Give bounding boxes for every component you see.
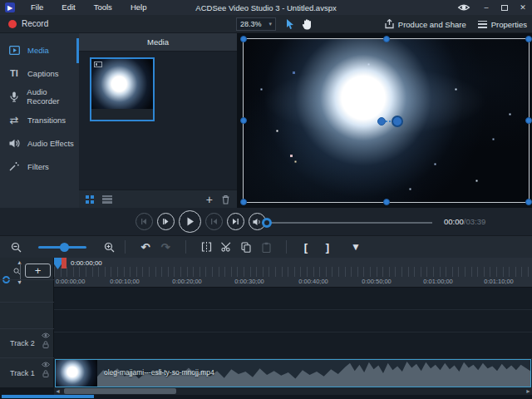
menu-help[interactable]: Help (121, 0, 156, 15)
pointer-icon (286, 19, 294, 30)
sidebar-item-filters[interactable]: Filters (0, 155, 79, 178)
track-visibility-eye-icon[interactable] (42, 332, 50, 338)
resize-handle-n[interactable] (383, 36, 390, 42)
timeline-horizontal-scrollbar[interactable]: ◄ ► (54, 387, 532, 395)
minimize-button[interactable]: – (477, 0, 495, 15)
undo-button[interactable]: ↶ (135, 241, 155, 254)
transport-bar: 00:00/03:39 (0, 208, 532, 235)
timeline-zoom-in-button[interactable] (93, 242, 125, 253)
timeline-zoom-slider-knob[interactable] (60, 243, 69, 252)
zoom-level-dropdown[interactable]: 28.3% ▾ (236, 17, 276, 31)
scroll-left-arrow-icon[interactable]: ◄ (54, 388, 62, 394)
resize-handle-w[interactable] (240, 117, 247, 124)
microphone-icon (8, 91, 19, 102)
track-lock-icon[interactable] (42, 370, 49, 377)
jump-to-start-button[interactable] (205, 213, 223, 230)
toolbar-separator (286, 240, 287, 254)
resize-handle-s[interactable] (383, 199, 390, 205)
record-button[interactable]: Record (0, 15, 57, 33)
resize-handle-nw[interactable] (240, 36, 247, 42)
scroll-right-arrow-icon[interactable]: ► (525, 388, 532, 394)
record-label: Record (22, 19, 48, 28)
ruler-tick-label: 0:00:20;00 (172, 278, 201, 285)
close-button[interactable]: ✕ (514, 0, 532, 15)
track-1-label: Track 1 (10, 369, 35, 377)
list-view-icon[interactable] (102, 195, 112, 204)
captions-icon: TI (8, 67, 20, 79)
timecode-total: /03:39 (464, 217, 485, 226)
menu-tools[interactable]: Tools (85, 0, 121, 15)
sidebar-item-captions[interactable]: TI Captions (0, 62, 79, 85)
timeline-zoom-slider[interactable] (38, 246, 86, 249)
track-header-column: ▲ ▼ + Track 2 Track 1 (0, 258, 54, 387)
jump-to-end-button[interactable] (227, 213, 244, 230)
scrollbar-track[interactable] (62, 388, 525, 394)
media-icon (8, 44, 20, 56)
split-clip-button[interactable] (196, 242, 216, 252)
sidebar-item-audio-effects[interactable]: Audio Effects (0, 131, 79, 155)
film-icon (94, 62, 102, 67)
empty-track-row-header (0, 279, 54, 302)
media-thumbnail[interactable]: oleg-majjami---... (90, 57, 155, 121)
timeline-tracks-area[interactable]: oleg-majjami---esli-ty-so-mnojj.mp4 (54, 288, 532, 387)
seek-slider[interactable] (262, 222, 432, 224)
delete-media-icon[interactable] (221, 195, 230, 204)
seek-slider-knob[interactable] (262, 218, 272, 228)
row-separator (54, 309, 532, 310)
scrollbar-thumb[interactable] (64, 388, 176, 394)
magic-wand-icon (8, 160, 20, 172)
timecode-display: 00:00/03:39 (444, 217, 485, 226)
redo-button[interactable]: ↷ (155, 241, 175, 254)
playhead-red-tab (62, 258, 66, 268)
acdsee-eye-logo-icon (457, 2, 470, 12)
cut-scissors-button[interactable] (216, 242, 236, 252)
produce-and-share-button[interactable]: Produce and Share (385, 19, 466, 29)
media-panel-toolbar: + (79, 190, 237, 208)
next-frame-button[interactable] (157, 213, 175, 230)
resize-handle-se[interactable] (525, 199, 532, 205)
copy-button[interactable] (236, 242, 256, 253)
mark-out-button[interactable]: ] (317, 241, 338, 254)
mark-in-button[interactable]: [ (295, 241, 317, 254)
video-preview[interactable] (243, 38, 530, 203)
hand-tool-button[interactable] (299, 17, 314, 31)
resize-handle-e[interactable] (525, 117, 532, 124)
sidebar-item-audio-recorder[interactable]: Audio Recorder (0, 85, 79, 108)
add-marker-button[interactable]: ▼ (343, 241, 368, 253)
menu-file[interactable]: File (22, 0, 52, 15)
ruler-tick-label: 0:00:30;00 (234, 278, 264, 285)
timeline-ruler[interactable]: 0:00:00;00 0:00:10;00 0:00:20;00 0:00:30… (54, 258, 532, 288)
add-media-button[interactable]: + (206, 194, 213, 205)
timeline-zoom-out-button[interactable] (0, 242, 32, 253)
add-track-button[interactable]: + (25, 264, 51, 278)
resize-handle-ne[interactable] (525, 36, 532, 42)
sidebar-item-label: Filters (27, 162, 49, 171)
clip-name-label: oleg-majjami---esli-ty-so-mnojj.mp4 (104, 368, 214, 377)
sidebar-item-transitions[interactable]: ⇄ Transitions (0, 108, 79, 131)
resize-handle-sw[interactable] (240, 199, 247, 205)
track-2-header[interactable]: Track 2 (0, 328, 54, 357)
play-button[interactable] (179, 210, 201, 233)
ruler-ticks (54, 267, 532, 277)
record-icon (8, 20, 17, 28)
clip-thumbnail (56, 360, 97, 387)
timeline-clip[interactable]: oleg-majjami---esli-ty-so-mnojj.mp4 (55, 359, 531, 387)
previous-frame-button[interactable] (135, 213, 153, 230)
track-visibility-eye-icon[interactable] (42, 362, 50, 367)
menu-edit[interactable]: Edit (52, 0, 84, 15)
properties-button[interactable]: Properties (478, 20, 527, 29)
hand-icon (302, 19, 312, 30)
paste-button[interactable] (256, 242, 276, 253)
ruler-tick-label: 0:01:10;00 (484, 278, 513, 285)
ruler-tick-label: 0:00:10;00 (110, 278, 139, 285)
toolbar-separator (185, 240, 186, 254)
ruler-tick-label: 0:00:40;00 (298, 278, 328, 285)
preview-panel (237, 33, 532, 208)
select-tool-button[interactable] (283, 17, 298, 31)
sidebar-item-media[interactable]: Media (0, 38, 79, 62)
timecode-current: 00:00 (444, 217, 464, 226)
maximize-button[interactable] (495, 0, 514, 15)
track-lock-icon[interactable] (42, 341, 49, 348)
track-1-header[interactable]: Track 1 (0, 357, 54, 387)
grid-view-icon[interactable] (86, 195, 94, 204)
